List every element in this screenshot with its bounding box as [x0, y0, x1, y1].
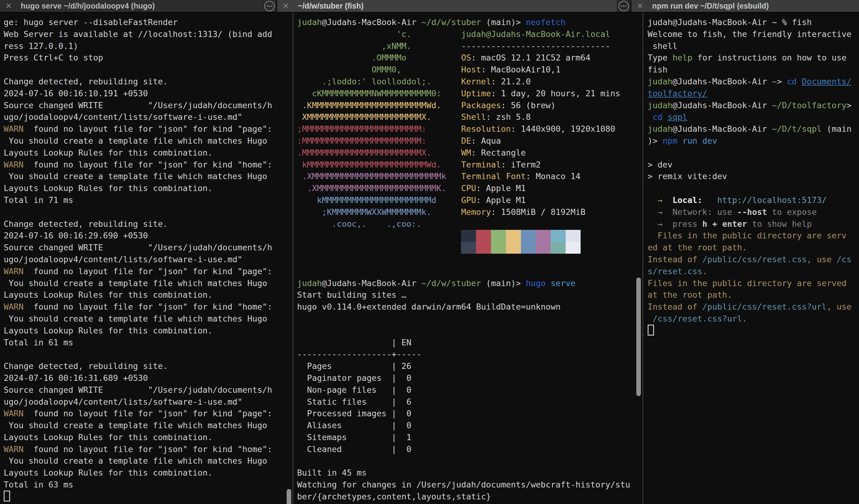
terminal-line: .OMMMMo OS: macOS 12.1 21C52 arm64	[297, 52, 643, 64]
tab-title: ~/d/w/stuber (fish)	[298, 1, 364, 11]
terminal-line: You should create a template file which …	[4, 313, 292, 325]
terminal-line	[297, 254, 643, 266]
terminal-line: OMMM0, Host: MacBookAir10,1	[297, 64, 643, 76]
terminal-line: at the root path.	[648, 289, 859, 301]
terminal-line: You should create a template file which …	[4, 135, 292, 147]
tab-options-button[interactable]	[262, 0, 276, 12]
terminal-line: You should create a template file which …	[4, 420, 292, 431]
terminal-line	[297, 230, 643, 242]
color-swatch	[506, 242, 521, 254]
close-icon[interactable]: ×	[637, 0, 643, 11]
terminal-window: { "colors": { "background": "#0e0e0e", "…	[0, 0, 859, 504]
pane-stuber-fish[interactable]: judah@Judahs-MacBook-Air ~/d/w/stuber (m…	[293, 13, 643, 504]
color-swatch	[536, 230, 551, 242]
terminal-line: shell	[648, 40, 859, 52]
terminal-line	[297, 242, 643, 254]
terminal-line: | EN	[297, 337, 643, 349]
terminal-line: ress 127.0.0.1)	[4, 40, 292, 52]
terminal-line	[4, 491, 292, 503]
terminal-line: Instead of /public/css/reset.css?url, us…	[648, 301, 859, 313]
tab-stuber-fish[interactable]: × ~/d/w/stuber (fish)	[277, 0, 617, 12]
terminal-output: judah@Judahs-MacBook-Air ~/d/w/stuber (m…	[297, 16, 643, 503]
terminal-line: Change detected, rebuilding site.	[4, 360, 292, 372]
tab-options-button[interactable]	[617, 0, 631, 12]
terminal-line	[297, 325, 643, 337]
color-swatch	[566, 230, 581, 242]
terminal-line: 'c. judah@Judahs-MacBook-Air.local	[297, 28, 643, 40]
terminal-line: judah@Judahs-MacBook-Air ~/d/w/stuber (m…	[297, 16, 643, 28]
terminal-line: WARN found no layout file for "json" for…	[4, 301, 292, 313]
close-icon[interactable]: ×	[5, 0, 12, 11]
terminal-line: Layouts Lookup Rules for this combinatio…	[4, 325, 292, 337]
ellipsis-circle-icon	[264, 1, 275, 11]
terminal-line: Non-page files | 0	[297, 384, 643, 396]
terminal-output: judah@Judahs-MacBook-Air ~ % fishWelcome…	[648, 16, 859, 337]
terminal-output: ge: hugo server --disableFastRenderWeb S…	[4, 16, 292, 503]
terminal-line: )> npm run dev	[648, 135, 859, 147]
terminal-line: Source changed WRITE "/Users/judah/docum…	[4, 384, 292, 396]
terminal-line	[297, 455, 643, 467]
terminal-line: toolfactory/	[648, 88, 859, 100]
terminal-line	[4, 206, 292, 218]
terminal-line	[297, 266, 643, 278]
terminal-line: XMMMMMMMMMMMMMMMMMMMMMMMX. Shell: zsh 5.…	[297, 111, 643, 123]
terminal-line: Total in 63 ms	[4, 479, 292, 491]
terminal-line: Pages | 26	[297, 360, 643, 372]
terminal-line: Watching for changes in /Users/judah/doc…	[297, 479, 643, 491]
pane-hugo-server[interactable]: ge: hugo server --disableFastRenderWeb S…	[0, 13, 292, 504]
terminal-line: .XMMMMMMMMMMMMMMMMMMMMMMMMMMk Terminal F…	[297, 171, 643, 183]
terminal-line: ;KMMMMMMMWXXWMMMMMMMk. Memory: 1508MiB /…	[297, 206, 643, 218]
terminal-line: Change detected, rebuilding site.	[4, 76, 292, 88]
terminal-line: .cooc,. .,coo:.	[297, 218, 643, 230]
terminal-line: 2024-07-16 00:16:10.191 +0530	[4, 88, 292, 100]
terminal-line: Web Server is available at //localhost:1…	[4, 28, 292, 40]
terminal-cursor	[648, 325, 654, 335]
tab-title: npm run dev ~/D/t/sqpl (esbuild)	[652, 1, 769, 11]
color-swatch	[476, 242, 491, 254]
terminal-line: cd sqpl	[648, 111, 859, 123]
terminal-line: WARN found no layout file for "json" for…	[4, 443, 292, 455]
color-swatch	[536, 242, 551, 254]
terminal-line: Files in the public directory are serv	[648, 230, 859, 242]
color-swatch	[521, 230, 536, 242]
color-swatch	[551, 242, 566, 254]
terminal-line: Source changed WRITE "/Users/judah/docum…	[4, 100, 292, 112]
terminal-line: WARN found no layout file for "json" for…	[4, 123, 292, 135]
pane-npm-dev[interactable]: judah@Judahs-MacBook-Air ~ % fishWelcome…	[643, 13, 859, 504]
terminal-line: Static files | 6	[297, 396, 643, 408]
terminal-line: ,xNMM. ------------------------------	[297, 40, 643, 52]
terminal-line: > remix vite:dev	[648, 171, 859, 183]
terminal-line: Instead of /public/css/reset.css, use /c…	[648, 254, 859, 266]
terminal-line: Start building sites …	[297, 289, 643, 301]
terminal-line: .XMMMMMMMMMMMMMMMMMMMMMMMMK. CPU: Apple …	[297, 183, 643, 194]
scrollbar-thumb[interactable]	[636, 278, 641, 396]
color-swatch	[506, 230, 521, 242]
terminal-line: You should create a template file which …	[4, 171, 292, 183]
color-swatch	[521, 242, 536, 254]
color-swatch	[476, 230, 491, 242]
terminal-line: s/reset.css.	[648, 266, 859, 278]
terminal-line: Sitemaps | 1	[297, 431, 643, 443]
color-swatch	[461, 230, 476, 242]
terminal-line: judah@Judahs-MacBook-Air ~/d/w/stuber (m…	[297, 278, 643, 289]
tab-npm-dev[interactable]: × npm run dev ~/D/t/sqpl (esbuild)	[631, 0, 859, 12]
terminal-line: Cleaned | 0	[297, 443, 643, 455]
terminal-line: ugo/joodaloopv4/content/lists/software-i…	[4, 254, 292, 266]
tab-hugo-server[interactable]: × hugo serve ~/d/h/joodaloopv4 (hugo)	[0, 0, 262, 12]
terminal-line: Built in 45 ms	[297, 467, 643, 479]
terminal-line: You should create a template file which …	[4, 278, 292, 289]
terminal-line: WARN found no layout file for "json" for…	[4, 408, 292, 420]
ellipsis-circle-icon	[619, 1, 629, 11]
scrollbar-thumb[interactable]	[287, 489, 291, 504]
terminal-line: → Network: use --host to expose	[648, 206, 859, 218]
terminal-line: > dev	[648, 159, 859, 171]
terminal-line: judah@Judahs-MacBook-Air ~> cd Documents…	[648, 76, 859, 88]
terminal-line: :MMMMMMMMMMMMMMMMMMMMMMMM: DE: Aqua	[297, 135, 643, 147]
tab-bar: × hugo serve ~/d/h/joodaloopv4 (hugo) × …	[0, 0, 859, 13]
terminal-line: 2024-07-16 00:16:31.689 +0530	[4, 372, 292, 384]
terminal-line: WARN found no layout file for "json" for…	[4, 159, 292, 171]
terminal-line: Welcome to fish, the friendly interactiv…	[648, 28, 859, 40]
terminal-line: judah@Judahs-MacBook-Air ~/D/toolfactory…	[648, 100, 859, 112]
close-icon[interactable]: ×	[283, 0, 289, 11]
terminal-line: Layouts Lookup Rules for this combinatio…	[4, 147, 292, 159]
